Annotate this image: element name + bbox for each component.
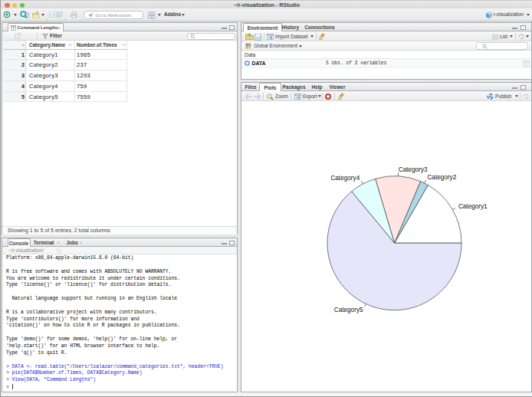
svg-text:Category1: Category1: [458, 203, 488, 210]
svg-text:Category2: Category2: [427, 174, 456, 181]
svg-text:Category4: Category4: [330, 175, 360, 182]
svg-text:Category5: Category5: [334, 307, 363, 313]
svg-text:Category3: Category3: [399, 166, 428, 173]
